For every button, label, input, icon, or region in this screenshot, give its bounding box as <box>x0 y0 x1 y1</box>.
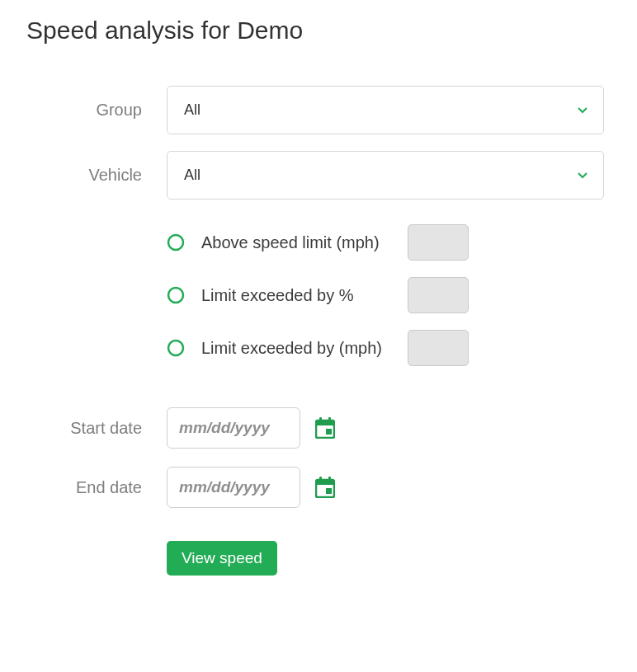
svg-rect-12 <box>326 488 332 494</box>
radio-above-limit[interactable] <box>167 233 185 251</box>
svg-rect-11 <box>328 477 331 482</box>
start-date-label: Start date <box>70 419 142 438</box>
svg-rect-10 <box>319 477 322 482</box>
svg-rect-9 <box>316 480 334 485</box>
vehicle-select-value[interactable]: All <box>167 151 604 200</box>
radio-exceeded-pct-label[interactable]: Limit exceeded by % <box>201 286 391 305</box>
above-limit-input[interactable] <box>408 224 469 261</box>
vehicle-label: Vehicle <box>89 166 143 185</box>
page-title: Speed analysis for Demo <box>26 16 611 45</box>
svg-rect-6 <box>328 417 331 422</box>
svg-rect-5 <box>319 417 322 422</box>
group-select[interactable]: All <box>167 86 604 134</box>
end-date-label: End date <box>76 478 142 497</box>
exceeded-pct-input[interactable] <box>408 277 469 313</box>
radio-row-exceeded-mph: Limit exceeded by (mph) <box>167 322 604 374</box>
group-label: Group <box>96 101 142 120</box>
calendar-icon[interactable] <box>315 477 335 498</box>
svg-point-0 <box>168 235 183 250</box>
radio-above-limit-label[interactable]: Above speed limit (mph) <box>201 233 391 252</box>
svg-point-2 <box>168 341 183 355</box>
end-date-input[interactable] <box>167 467 300 508</box>
radio-row-above-limit: Above speed limit (mph) <box>167 216 604 269</box>
radio-exceeded-mph-label[interactable]: Limit exceeded by (mph) <box>201 339 391 358</box>
group-select-value[interactable]: All <box>167 86 604 134</box>
calendar-icon[interactable] <box>315 417 335 439</box>
radio-row-exceeded-pct: Limit exceeded by % <box>167 269 604 322</box>
radio-exceeded-mph[interactable] <box>167 339 185 357</box>
svg-point-1 <box>168 288 183 303</box>
start-date-input[interactable] <box>167 407 300 449</box>
radio-exceeded-pct[interactable] <box>167 286 185 304</box>
svg-rect-4 <box>316 421 334 425</box>
view-speed-button[interactable]: View speed <box>167 541 277 576</box>
vehicle-select[interactable]: All <box>167 151 604 200</box>
svg-rect-7 <box>326 429 332 435</box>
exceeded-mph-input[interactable] <box>408 330 469 366</box>
